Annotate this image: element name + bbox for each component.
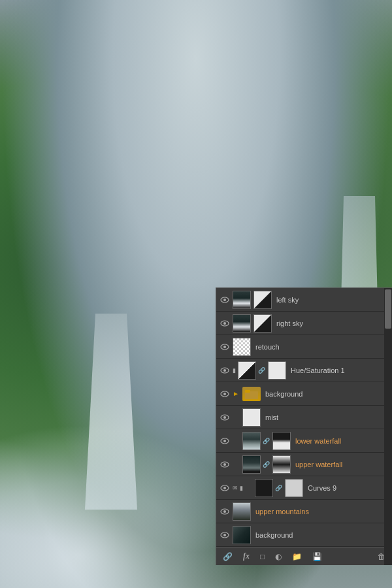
layer-row-background-layer[interactable]: background: [216, 523, 392, 547]
chain-icon-hue-saturation-1: 🔗: [258, 367, 265, 374]
layer-row-upper-mountains[interactable]: upper mountains: [216, 500, 392, 523]
svg-point-21: [223, 510, 226, 513]
visibility-toggle-retouch[interactable]: [219, 341, 231, 353]
visibility-toggle-left-sky[interactable]: [219, 294, 231, 306]
layer-name-mist: mist: [263, 414, 389, 421]
svg-point-9: [223, 393, 226, 395]
save-icon-curves-9: ▮: [240, 485, 243, 491]
visibility-toggle-background-layer[interactable]: [219, 529, 231, 541]
svg-point-1: [223, 299, 226, 301]
layer-name-hue-saturation-1: Hue/Saturation 1: [288, 367, 389, 374]
layer-rows-container: left skyright skyretouch▮🔗Hue/Saturation…: [216, 288, 392, 547]
layers-toolbar: 🔗 fx □ ◐ 📁 💾 🗑: [216, 547, 392, 565]
layer-mask-hue-saturation-1: [268, 361, 286, 380]
layer-name-lower-waterfall: lower waterfall: [293, 437, 389, 445]
visibility-toggle-hue-saturation-1[interactable]: [219, 365, 231, 376]
layer-row-curves-9[interactable]: ✉▮🔗Curves 9: [216, 476, 392, 500]
svg-point-3: [223, 322, 226, 325]
folder-icon-background-group: [242, 387, 261, 401]
visibility-toggle-mist[interactable]: [219, 412, 231, 423]
layer-name-upper-mountains: upper mountains: [253, 508, 389, 515]
svg-point-17: [223, 463, 226, 466]
layer-mask-curves-9: [285, 479, 303, 497]
folder-button[interactable]: 📁: [289, 551, 304, 563]
layer-thumbnail-hue-saturation-1: [238, 361, 256, 380]
layer-mask-upper-waterfall: [272, 455, 291, 474]
adjustment-button[interactable]: ◐: [272, 551, 284, 563]
svg-point-7: [223, 369, 226, 372]
layer-thumbnail-retouch: [233, 338, 251, 356]
smart-filter-icon-curves-9: ✉: [233, 485, 238, 491]
visibility-toggle-upper-mountains[interactable]: [219, 506, 231, 517]
visibility-toggle-lower-waterfall[interactable]: [219, 435, 231, 447]
layer-row-lower-waterfall[interactable]: 🔗lower waterfall: [216, 429, 392, 453]
folder-expand-icon-background-group[interactable]: ►: [233, 390, 239, 397]
layer-name-curves-9: Curves 9: [305, 484, 389, 492]
layer-row-background-group[interactable]: ►background: [216, 382, 392, 406]
chain-icon-curves-9: 🔗: [275, 485, 282, 491]
layer-thumbnail-upper-waterfall: [242, 455, 261, 474]
layer-thumbnail-mist: [242, 408, 261, 427]
chain-icon-lower-waterfall: 🔗: [263, 438, 270, 444]
scrollbar-thumb[interactable]: [385, 289, 391, 329]
layer-name-left-sky: left sky: [274, 296, 389, 304]
svg-point-5: [223, 346, 226, 348]
layers-scrollbar[interactable]: [384, 288, 392, 565]
layer-name-upper-waterfall: upper waterfall: [293, 461, 389, 468]
layer-name-background-group: background: [263, 390, 389, 398]
svg-point-13: [223, 416, 226, 419]
visibility-toggle-curves-9[interactable]: [219, 482, 231, 494]
layer-thumbnail-right-sky: [233, 314, 251, 333]
layer-name-background-layer: background: [253, 531, 389, 539]
layer-row-left-sky[interactable]: left sky: [216, 288, 392, 312]
layer-row-mist[interactable]: mist: [216, 406, 392, 429]
layers-panel: left skyright skyretouch▮🔗Hue/Saturation…: [216, 287, 392, 565]
fx-button[interactable]: fx: [240, 550, 252, 563]
svg-point-23: [223, 534, 226, 536]
layer-thumbnail-upper-mountains: [233, 502, 251, 521]
layer-row-upper-waterfall[interactable]: 🔗upper waterfall: [216, 453, 392, 476]
layer-row-hue-saturation-1[interactable]: ▮🔗Hue/Saturation 1: [216, 359, 392, 382]
layer-thumbnail-background-layer: [233, 526, 251, 544]
layer-mask-left-sky: [253, 291, 272, 309]
save-layer-button[interactable]: 💾: [310, 551, 325, 563]
layer-thumbnail-curves-9: [255, 479, 273, 497]
layer-mask-right-sky: [253, 314, 272, 333]
link-layers-button[interactable]: 🔗: [220, 551, 235, 563]
layer-row-retouch[interactable]: retouch: [216, 335, 392, 359]
svg-point-15: [223, 440, 226, 442]
svg-rect-11: [245, 390, 250, 393]
layer-thumbnail-lower-waterfall: [242, 432, 261, 450]
svg-point-19: [223, 487, 226, 489]
mask-button[interactable]: □: [257, 551, 267, 563]
layer-row-right-sky[interactable]: right sky: [216, 312, 392, 335]
save-icon-hue-saturation-1: ▮: [233, 367, 236, 374]
visibility-toggle-right-sky[interactable]: [219, 318, 231, 329]
layer-name-retouch: retouch: [253, 343, 389, 351]
visibility-toggle-background-group[interactable]: [219, 388, 231, 400]
chain-icon-upper-waterfall: 🔗: [263, 461, 270, 468]
layer-thumbnail-left-sky: [233, 291, 251, 309]
layer-name-right-sky: right sky: [274, 319, 389, 327]
visibility-toggle-upper-waterfall[interactable]: [219, 459, 231, 470]
layer-mask-lower-waterfall: [272, 432, 291, 450]
